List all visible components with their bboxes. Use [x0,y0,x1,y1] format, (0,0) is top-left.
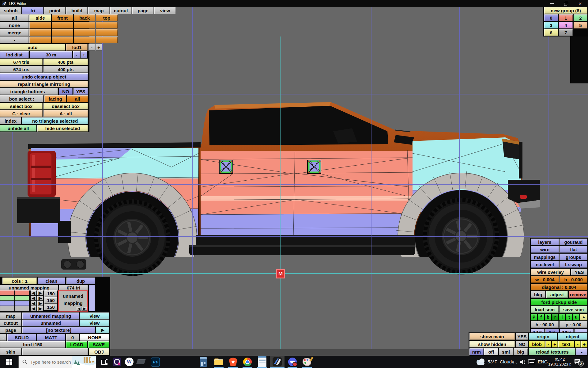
axis-r[interactable]: r [552,314,558,320]
save-button[interactable]: SAVE [88,341,109,348]
show-main-yes[interactable]: YES [516,333,528,340]
map-value[interactable]: unnamed mapping [22,312,79,319]
color-swatch[interactable] [0,296,14,301]
dup-button[interactable]: dup [66,278,95,284]
groups-button[interactable]: groups [560,254,587,260]
menu-view[interactable]: view [154,7,176,14]
swatch-left-arrow[interactable]: ◀ [31,301,36,306]
matrix-cell[interactable] [52,22,73,29]
mapping-prev-arrow[interactable]: ◀ [77,307,81,311]
close-button[interactable]: ✕ [573,0,587,7]
lfs-editor-taskbar-icon[interactable] [270,356,285,368]
show-hidden-no[interactable]: NO [516,341,528,347]
save-scm-button[interactable]: save scm [560,306,587,313]
scheme-name[interactable]: ford pickup side [531,299,587,305]
reload-minus[interactable]: - [576,348,587,355]
w-value[interactable]: w : 0.004 [531,276,559,283]
box-select-facing[interactable]: facing [44,95,66,102]
restore-button[interactable] [559,0,573,7]
search-highlight-image[interactable] [72,356,96,368]
lod-dist-minus[interactable]: - [73,51,80,58]
gouraud-button[interactable]: gouraud [560,239,587,245]
swatch-right-arrow[interactable]: ▶ [37,306,43,311]
minimize-button[interactable] [545,0,559,7]
clear-button[interactable]: C : clear [0,110,43,117]
touch-keyboard-icon[interactable] [528,359,535,364]
nclevel-button[interactable]: n.c.level [531,261,559,268]
origin-button[interactable]: origin [529,333,557,340]
cutout-value[interactable]: unnamed [22,320,79,326]
group-4[interactable]: 4 [559,22,573,29]
nrm-sml[interactable]: sml [499,348,513,355]
color-swatch[interactable] [0,290,14,295]
matrix-cell[interactable] [96,36,118,43]
diagonal-value[interactable]: diagonal : 0.004 [531,284,587,290]
flat-button[interactable]: flat [560,246,587,253]
color-swatch[interactable] [15,301,29,306]
matrix-cell[interactable] [96,29,118,36]
show-hidden-button[interactable]: show hidden [469,341,515,347]
axis-dot[interactable]: ● [580,314,587,320]
weather-temp[interactable]: 53°F [488,359,497,364]
model-name[interactable]: ford f150 [0,341,65,348]
triangle-buttons-no[interactable]: NO [59,88,73,95]
color-swatch[interactable] [0,306,14,311]
mapping-scrollbar[interactable] [89,285,95,311]
auto-button[interactable]: auto [0,44,65,51]
tab-front[interactable]: front [52,14,73,21]
h-value[interactable]: h : 0.000 [560,276,587,283]
cols-button[interactable]: cols : 1 [2,278,37,284]
brave-icon[interactable] [226,356,240,368]
color-swatch[interactable] [15,306,29,311]
undo-cleanup-button[interactable]: undo cleanup object [0,73,88,80]
group-0[interactable]: 0 [544,14,558,21]
notepad-icon[interactable] [255,356,270,368]
menu-subob[interactable]: subob [0,7,21,14]
matrix-cell[interactable] [52,36,73,43]
axis-t[interactable]: t [566,314,572,320]
axis-P[interactable]: P [531,314,537,320]
matrix-cell[interactable] [74,36,95,43]
file-explorer-icon[interactable] [211,356,226,368]
photoshop-icon[interactable]: Ps [148,356,163,368]
swatch-left-arrow[interactable]: ◀ [31,296,36,301]
new-group-button[interactable]: new group (8) [544,7,587,14]
deselect-box-button[interactable]: deselect box [43,103,88,109]
axis-f[interactable]: f [538,314,544,320]
tab-back[interactable]: back [74,14,95,21]
text-plus[interactable]: + [581,341,587,347]
color-swatch[interactable] [15,290,29,295]
nrm-off[interactable]: off [484,348,498,355]
cutout-view-button[interactable]: view [80,320,109,326]
matrix-cell[interactable] [52,29,73,36]
row-none[interactable]: none [0,22,29,29]
tab-side[interactable]: side [29,14,51,21]
matrix-cell[interactable] [29,36,51,43]
menu-tri[interactable]: tri [22,7,43,14]
menu-cutout[interactable]: cutout [110,7,132,14]
axis-b[interactable]: b [545,314,551,320]
page-next-button[interactable]: ▶ [96,327,109,333]
hide-unselected-button[interactable]: hide unselected [37,125,88,132]
page-value[interactable]: [no texture] [22,327,95,333]
matrix-cell[interactable] [74,22,95,29]
swatch-left-arrow[interactable]: ◀ [31,306,36,311]
clean-button[interactable]: clean [38,278,65,284]
none-button[interactable]: NONE [80,334,109,341]
mapping-next-arrow[interactable]: ▶ [82,307,87,311]
notification-center-icon[interactable]: 2 [574,358,582,366]
box-select-all[interactable]: all [67,95,88,102]
lod-minus-button[interactable]: - [89,44,95,51]
zero-button[interactable]: 0 [66,334,79,341]
skin-label[interactable]: skin [0,348,21,355]
adjust-button[interactable]: adjust [546,291,568,298]
mappings-button[interactable]: mappings [531,254,559,260]
group-1[interactable]: 1 [559,14,573,21]
lrswap-button[interactable]: l.r.swap [560,261,587,268]
select-box-button[interactable]: select box [0,103,43,109]
color-swatch[interactable] [0,301,14,306]
swatch-right-arrow[interactable]: ▶ [37,296,43,301]
swatch-left-arrow[interactable]: ◀ [31,290,36,295]
skin-field[interactable] [22,348,88,355]
group-5[interactable]: 5 [574,22,587,29]
